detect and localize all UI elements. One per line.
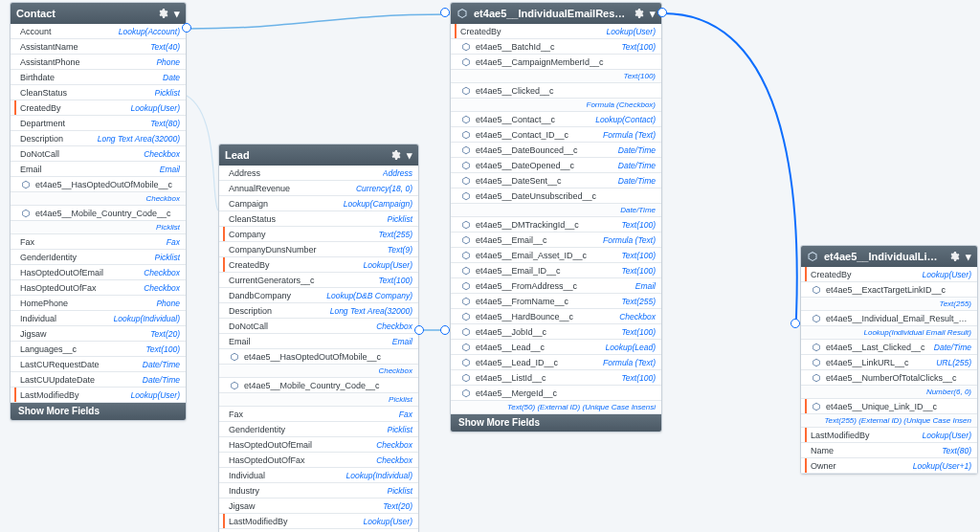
field-row[interactable]: DoNotCallCheckbox [11,146,186,162]
field-row[interactable]: et4ae5__BatchId__cText(100) [451,39,661,55]
chevron-down-icon[interactable]: ▾ [650,8,656,20]
gear-icon[interactable] [633,8,644,19]
panel-header-ilink[interactable]: et4ae5__IndividualLink__c ▾ [801,246,977,267]
port-lead-right[interactable] [414,325,424,335]
field-row[interactable]: CleanStatusPicklist [219,211,418,227]
field-row[interactable]: HasOptedOutOfFaxCheckbox [219,453,418,468]
field-row[interactable]: LastModifiedByLookup(User) [801,428,977,443]
chevron-down-icon[interactable]: ▾ [407,149,412,162]
field-row[interactable]: GenderIdentityPicklist [219,422,418,437]
port-ilink-left[interactable] [791,319,800,328]
field-row[interactable]: HasOptedOutOfEmailCheckbox [219,437,418,453]
gear-icon[interactable] [157,8,168,19]
show-more-fields[interactable]: Show More Fields [451,414,661,432]
field-row[interactable]: et4ae5__Mobile_Country_Code__c [219,378,418,393]
field-row[interactable]: et4ae5__CampaignMemberId__c [451,55,661,70]
chevron-down-icon[interactable]: ▾ [174,8,180,20]
field-row[interactable]: LastCURequestDateDate/Time [11,357,186,372]
port-contact-right[interactable] [182,23,191,33]
field-row[interactable]: et4ae5__DateUnsubscribed__c [451,188,661,204]
field-row[interactable]: LastModifiedByLookup(User) [11,388,186,403]
field-row[interactable]: et4ae5__HasOptedOutOfMobile__c [219,349,418,365]
field-row[interactable]: et4ae5__Email_ID__cText(100) [451,263,661,278]
field-row[interactable]: et4ae5__ListId__cText(100) [451,370,661,386]
panel-contact[interactable]: Contact ▾ AccountLookup(Account)Assistan… [10,2,187,421]
field-row[interactable]: BirthdateDate [11,70,186,85]
show-more-fields[interactable]: Show More Fields [11,403,186,420]
panel-ier[interactable]: et4ae5__IndividualEmailResult__c ▾ Creat… [450,2,662,432]
field-row[interactable]: IndustryPicklist [219,483,418,499]
field-row[interactable]: et4ae5__Lead__cLookup(Lead) [451,340,661,355]
field-row[interactable]: et4ae5__FromAddress__cEmail [451,278,661,294]
field-row[interactable]: DescriptionLong Text Area(32000) [219,303,418,319]
field-row[interactable]: et4ae5__NumberOfTotalClicks__c [801,370,977,386]
field-row[interactable]: EmailEmail [219,334,418,349]
field-row[interactable]: et4ae5__LinkURL__cURL(255) [801,355,977,370]
field-row[interactable]: et4ae5__Mobile_Country_Code__c [11,206,186,221]
field-row[interactable]: DandbCompanyLookup(D&B Company) [219,288,418,303]
field-row[interactable]: et4ae5__Contact__cLookup(Contact) [451,112,661,127]
port-ier-left[interactable] [440,8,450,17]
field-row[interactable]: CleanStatusPicklist [11,85,186,100]
field-row[interactable]: DepartmentText(80) [11,116,186,131]
field-row[interactable]: et4ae5__Clicked__c [451,83,661,99]
field-row[interactable]: DoNotCallCheckbox [219,319,418,334]
field-row[interactable]: GenderIdentityPicklist [11,250,186,265]
field-row[interactable]: CampaignLookup(Campaign) [219,196,418,211]
field-row[interactable]: et4ae5__DateSent__cDate/Time [451,173,661,188]
panel-header-lead[interactable]: Lead ▾ [219,144,418,166]
port-ier-right[interactable] [657,8,667,17]
field-row[interactable]: EmailEmail [11,162,186,177]
gear-icon[interactable] [390,149,401,161]
field-row[interactable]: CompanyText(255) [219,227,418,242]
field-row[interactable]: et4ae5__DateBounced__cDate/Time [451,143,661,158]
field-row[interactable]: et4ae5__DateOpened__cDate/Time [451,158,661,173]
field-row[interactable]: IndividualLookup(Individual) [11,311,186,326]
field-row[interactable]: HasOptedOutOfFaxCheckbox [11,280,186,296]
field-row[interactable]: AssistantNameText(40) [11,39,186,55]
field-row[interactable]: et4ae5__Email_Asset_ID__cText(100) [451,248,661,263]
field-row[interactable]: et4ae5__HardBounce__cCheckbox [451,309,661,324]
field-row[interactable]: et4ae5__JobId__cText(100) [451,324,661,340]
field-row[interactable]: AnnualRevenueCurrency(18, 0) [219,181,418,196]
field-row[interactable]: LastModifiedByLookup(User) [219,514,418,529]
field-row[interactable]: et4ae5__Contact_ID__cFormula (Text) [451,127,661,143]
field-row[interactable]: LastCUUpdateDateDate/Time [11,372,186,388]
field-row[interactable]: et4ae5__Lead_ID__cFormula (Text) [451,355,661,370]
field-row[interactable]: Languages__cText(100) [11,342,186,357]
port-ier-left2[interactable] [440,325,450,335]
panel-header-ier[interactable]: et4ae5__IndividualEmailResult__c ▾ [451,3,661,24]
field-row[interactable]: NameText(80) [801,443,977,458]
field-row[interactable]: AssistantPhonePhone [11,55,186,70]
panel-ilink[interactable]: et4ae5__IndividualLink__c ▾ CreatedByLoo… [800,245,978,475]
field-row[interactable]: et4ae5__FromName__cText(255) [451,294,661,309]
field-row[interactable]: et4ae5__Email__cFormula (Text) [451,233,661,248]
field-row[interactable]: CompanyDunsNumberText(9) [219,242,418,257]
field-row[interactable]: et4ae5__MergeId__c [451,386,661,401]
field-row[interactable]: DescriptionLong Text Area(32000) [11,131,186,146]
field-row[interactable]: OwnerLookup(User+1) [801,458,977,474]
field-row[interactable]: JigsawText(20) [11,326,186,342]
field-row[interactable]: et4ae5__DMTrackingId__cText(100) [451,217,661,233]
chevron-down-icon[interactable]: ▾ [966,251,971,263]
field-row[interactable]: FaxFax [11,234,186,250]
field-row[interactable]: et4ae5__Last_Clicked__cDate/Time [801,340,977,355]
field-row[interactable]: et4ae5__HasOptedOutOfMobile__c [11,177,186,192]
field-row[interactable]: et4ae5__Individual_Email_Result__c [801,311,977,326]
panel-lead[interactable]: Lead ▾ AddressAddressAnnualRevenueCurren… [218,144,419,532]
field-row[interactable]: HomePhonePhone [11,296,186,311]
field-row[interactable]: JigsawText(20) [219,499,418,514]
field-row[interactable]: CreatedByLookup(User) [219,257,418,273]
field-row[interactable]: HasOptedOutOfEmailCheckbox [11,265,186,280]
field-row[interactable]: CreatedByLookup(User) [11,100,186,116]
field-row[interactable]: et4ae5__Unique_Link_ID__c [801,399,977,414]
panel-header-contact[interactable]: Contact ▾ [11,3,186,24]
field-row[interactable]: AddressAddress [219,166,418,181]
gear-icon[interactable] [948,251,960,262]
field-row[interactable]: CurrentGenerators__cText(100) [219,273,418,288]
field-row[interactable]: CreatedByLookup(User) [801,267,977,282]
field-row[interactable]: CreatedByLookup(User) [451,24,661,39]
field-row[interactable]: AccountLookup(Account) [11,24,186,39]
field-row[interactable]: et4ae5__ExactTargetLinkID__c [801,282,977,298]
field-row[interactable]: FaxFax [219,407,418,422]
